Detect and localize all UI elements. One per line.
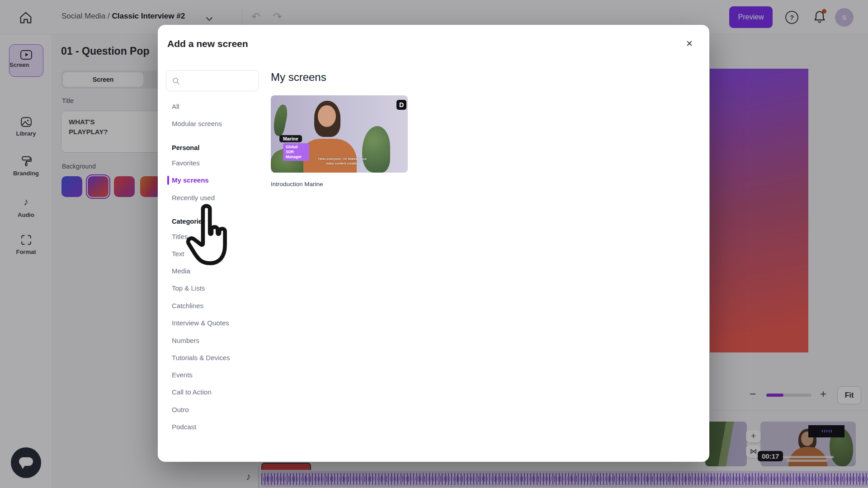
thumb-name-tag: Marine — [279, 135, 302, 142]
modal-nav-events[interactable]: Events — [166, 368, 261, 382]
modal-nav-podcast[interactable]: Podcast — [166, 420, 261, 434]
modal-nav-top-lists[interactable]: Top & Lists — [166, 282, 261, 295]
screen-thumbnail-label: Introduction Marine — [271, 181, 323, 188]
screen-thumbnail-introduction-marine[interactable]: D Marine Global SDR Manager Hello everyo… — [271, 95, 408, 173]
close-icon[interactable]: ✕ — [683, 38, 696, 50]
modal-nav-my-screens-selected[interactable]: My screens — [166, 174, 261, 187]
thumb-brand-logo: D — [396, 100, 406, 110]
thumb-role-tag: Global SDR Manager — [283, 143, 309, 161]
app-window: Social Media / Classic Interview #2 ↶ ↷ … — [0, 0, 868, 488]
modal-nav-all[interactable]: All — [166, 100, 261, 113]
modal-nav-outro[interactable]: Outro — [166, 403, 261, 417]
add-screen-modal: Add a new screen ✕ All Modular screens P… — [158, 25, 709, 462]
modal-nav-catchlines[interactable]: Catchlines — [166, 299, 261, 313]
search-icon — [172, 77, 180, 85]
modal-nav-modular-screens[interactable]: Modular screens — [166, 117, 261, 131]
thumb-person-face — [318, 105, 336, 127]
my-screens-heading: My screens — [271, 71, 326, 84]
thumb-plant-leaf — [271, 103, 289, 137]
modal-nav-header-personal: Personal — [166, 141, 261, 155]
modal-nav-numbers[interactable]: Numbers — [166, 334, 261, 347]
modal-nav-call-to-action[interactable]: Call to Action — [166, 385, 261, 399]
modal-title: Add a new screen — [167, 38, 248, 49]
modal-nav-tutorials-devices[interactable]: Tutorials & Devices — [166, 351, 261, 365]
search-box[interactable] — [166, 70, 259, 91]
hand-cursor-icon — [183, 202, 231, 268]
modal-nav-interview-quotes[interactable]: Interview & Quotes — [166, 316, 261, 330]
modal-nav-favorites[interactable]: Favorites — [166, 156, 261, 170]
thumb-subtitle-caption: Hello everyone, I'm Marine, your video c… — [314, 157, 371, 166]
search-input[interactable] — [184, 73, 255, 88]
